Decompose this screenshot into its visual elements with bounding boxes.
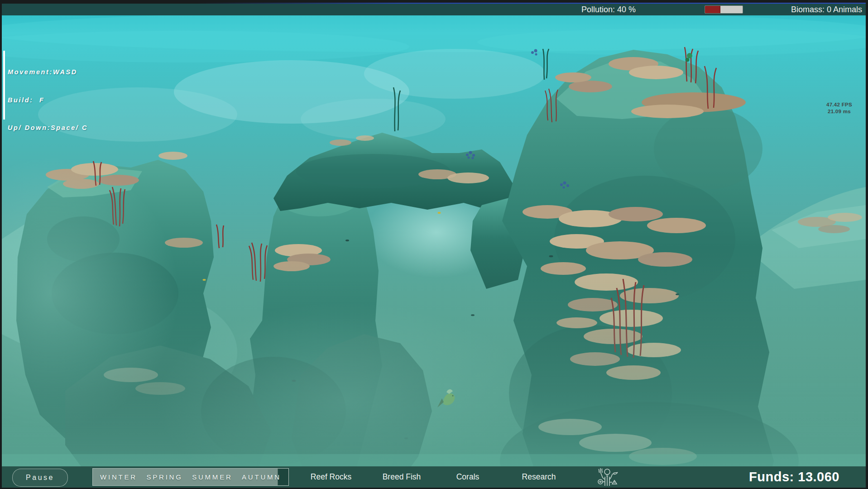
fps-counter: 47.42 FPS 21.09 ms	[826, 101, 852, 115]
hint-updown: Up/ Down:Space/ C	[8, 123, 88, 133]
fps-value: 47.42 FPS	[826, 101, 852, 108]
game-viewport[interactable]: Pollution: 40 % Biomass: 0 Animals Movem…	[2, 4, 866, 488]
research-tree-icon[interactable]	[596, 468, 620, 487]
pollution-label: Pollution: 40 %	[581, 4, 636, 15]
season-spring: SPRING	[146, 473, 182, 481]
reef-rocks-button[interactable]: Reef Rocks	[311, 466, 351, 488]
controls-hint-panel: Movement:WASD Build: F Up/ Down:Space/ C	[3, 49, 88, 151]
bottom-action-bar: Pause WINTER SPRING SUMMER AUTUMN Reef R…	[2, 466, 866, 488]
biomass-label: Biomass: 0 Animals	[791, 4, 862, 15]
corals-button[interactable]: Corals	[456, 466, 480, 488]
breed-fish-button[interactable]: Breed Fish	[383, 466, 421, 488]
frame-time-value: 21.09 ms	[826, 108, 852, 115]
season-autumn: AUTUMN	[242, 473, 281, 481]
pollution-progress-bar	[705, 5, 743, 14]
hint-accent-bar	[3, 51, 5, 120]
funds-display: Funds: 13.060	[749, 466, 839, 488]
pause-button[interactable]: Pause	[12, 469, 68, 487]
top-status-bar: Pollution: 40 % Biomass: 0 Animals	[2, 4, 866, 15]
season-winter: WINTER	[100, 473, 137, 481]
research-button[interactable]: Research	[522, 466, 556, 488]
reef-scene[interactable]	[2, 4, 866, 488]
season-progress-box: WINTER SPRING SUMMER AUTUMN	[92, 468, 289, 486]
game-window: Pollution: 40 % Biomass: 0 Animals Movem…	[0, 0, 868, 489]
pollution-progress-fill	[705, 6, 720, 13]
hint-movement: Movement:WASD	[8, 67, 88, 77]
hint-build: Build: F	[8, 96, 88, 105]
season-summer: SUMMER	[192, 473, 232, 481]
